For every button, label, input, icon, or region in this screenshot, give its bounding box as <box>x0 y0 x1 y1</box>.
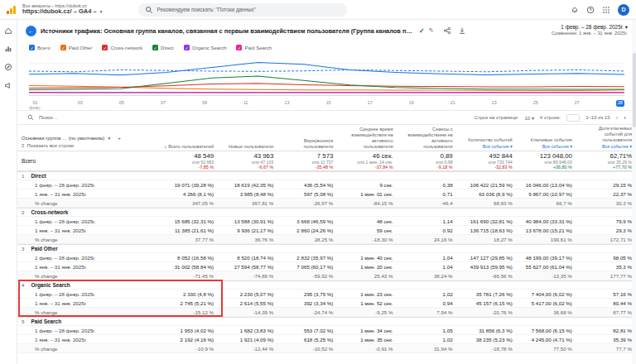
goto-row-input[interactable] <box>566 114 580 122</box>
legend-item-paid-search[interactable]: ✓Paid Search <box>236 45 272 50</box>
expand-rows-icon: ≡ <box>22 142 25 150</box>
column-header[interactable]: Ключевые событияВсе события ▾ <box>517 136 576 151</box>
column-header[interactable]: Новые пользователи <box>218 143 277 151</box>
legend-item-всего[interactable]: ✓Всего <box>29 45 51 50</box>
metric-cell: -26,97 % <box>277 199 337 207</box>
legend-checkbox-icon[interactable]: ✓ <box>152 45 158 50</box>
column-header[interactable]: Вернувшиеся пользователи <box>277 137 337 151</box>
percent-change-row[interactable]: % change347,05 %367,81 %-26,97 %-84,15 %… <box>17 199 636 208</box>
metric-cell <box>457 285 517 286</box>
metric-cell: 553 (7,02 %) <box>277 327 337 334</box>
legend-checkbox-icon[interactable]: ✓ <box>102 45 108 50</box>
column-header[interactable]: Среднее время взаимодействия на активног… <box>337 126 397 151</box>
column-header[interactable]: Сеансы с взаимодействием на активного по… <box>398 126 457 151</box>
legend-item-paid-other[interactable]: ✓Paid Other <box>60 45 93 50</box>
legend-label: Paid Search <box>244 46 272 50</box>
percent-change-row[interactable]: % change37,77 %36,76 %28,25 %-18,30 %24,… <box>17 235 636 244</box>
period-row[interactable]: 1 янв. – 31 янв. 2025г.2 745 (5,21 %)2 6… <box>17 299 636 308</box>
channel-row[interactable]: 3Paid Other <box>17 244 636 253</box>
metric-cell: 35,39 % <box>576 336 636 343</box>
home-icon[interactable] <box>4 26 12 35</box>
metric-cell <box>337 285 397 286</box>
metric-cell: -10,52 % <box>277 345 337 352</box>
share-icon[interactable] <box>443 26 451 35</box>
date-range-current: 1 февр. – 28 февр. 2025г. ▾ <box>552 24 628 31</box>
avatar[interactable]: D <box>618 4 629 16</box>
percent-change-row[interactable]: % change-71,45 %-74,89 %-59,92 %25,43 %3… <box>17 271 636 280</box>
period-row[interactable]: 1 февр. – 28 февр. 2025г.19 071 (39,28 %… <box>17 180 636 189</box>
download-icon[interactable] <box>458 26 466 35</box>
report-header: ← Источники трафика: Основная группа кан… <box>17 20 636 41</box>
event-filter-dropdown[interactable]: Все события ▾ <box>581 144 632 150</box>
x-tick: 01февр. <box>29 100 41 110</box>
period-row[interactable]: 1 янв. – 31 янв. 2025г.31 002 (58,84 %)2… <box>17 262 636 271</box>
saved-check-icon: ✓ <box>419 27 425 35</box>
series-Всего <box>29 62 624 74</box>
channel-row[interactable]: 1Direct <box>17 171 636 180</box>
reports-icon[interactable] <box>4 45 12 53</box>
channel-row[interactable]: 2Cross-network <box>17 208 636 217</box>
legend-item-cross-network[interactable]: ✓Cross-network <box>102 45 142 50</box>
explore-icon[interactable] <box>4 63 12 71</box>
next-page-button[interactable]: › <box>624 114 626 122</box>
event-filter-dropdown[interactable]: Все события ▾ <box>521 144 572 150</box>
table-search-input[interactable]: Поиск… <box>39 115 58 120</box>
column-header[interactable]: ↓Всего пользователей <box>158 143 218 151</box>
back-icon[interactable]: ← <box>26 26 36 36</box>
traffic-chart[interactable] <box>29 53 624 96</box>
percent-change-row[interactable]: % change-10,9 %-12,44 %-10,52 %-0,91 %31… <box>17 344 636 353</box>
metric-cell: 295 (3,75 %) <box>277 290 337 298</box>
show-all-rows-link[interactable]: ≡ Показать все строки <box>22 142 154 150</box>
metric-cell <box>337 212 397 213</box>
column-header[interactable]: Количество событийВсе события ▾ <box>457 136 517 151</box>
percent-change-row[interactable]: % change-15,12 %-14,39 %-24,74 %-9,25 %7… <box>17 308 636 317</box>
period-row[interactable]: 1 янв. – 31 янв. 2025г.4 266 (8,1 %)3 98… <box>17 189 636 199</box>
metric-cell: 55 627,00 (61,04 %) <box>517 263 576 271</box>
apps-grid-icon[interactable] <box>602 6 610 14</box>
period-row[interactable]: 1 янв. – 31 янв. 2025г.2 192 (4,16 %)1 9… <box>17 335 636 344</box>
period-row[interactable]: 1 февр. – 28 февр. 2025г.1 953 (4,02 %)1… <box>17 326 636 335</box>
legend-checkbox-icon[interactable]: ✓ <box>29 45 35 50</box>
table-search-icon <box>27 114 34 121</box>
prev-page-button[interactable]: ‹ <box>616 114 619 122</box>
rows-per-page-select[interactable]: 10 ▾ <box>525 115 534 121</box>
help-icon[interactable] <box>586 6 595 14</box>
search-input[interactable]: Рекомендуем поискать: "Потоки данных" <box>138 3 347 17</box>
period-row[interactable]: 1 февр. – 28 февр. 2025г.15 685 (32,31 %… <box>17 217 636 226</box>
metric-cell: -12,44 % <box>218 345 277 352</box>
date-range-picker[interactable]: 1 февр. – 28 февр. 2025г. ▾ Сравнение: 1… <box>552 24 628 36</box>
add-dimension-button[interactable]: + <box>118 135 121 142</box>
property-switcher[interactable]: Все аккаунты › https://dubok.cz https://… <box>22 3 104 15</box>
metric-cell: 11 385 (21,61 %) <box>158 227 218 234</box>
metric-cell: -84,15 % <box>337 199 397 207</box>
legend-checkbox-icon[interactable]: ✓ <box>60 45 66 50</box>
legend-checkbox-icon[interactable]: ✓ <box>184 45 190 50</box>
dimension-selector[interactable]: Основная группа … (по умолчанию) <box>22 135 104 142</box>
advertising-icon[interactable] <box>4 81 12 89</box>
chart-x-axis: 01февр.0305070911131517192123252728 <box>29 99 624 110</box>
analytics-logo-icon[interactable] <box>7 6 16 14</box>
event-filter-dropdown[interactable]: Все события ▾ <box>461 144 513 150</box>
channel-row[interactable]: 5Paid Search <box>17 317 636 326</box>
period-row[interactable]: 1 янв. – 31 янв. 2025г.11 385 (21,61 %)9… <box>17 226 636 235</box>
x-tick: 07 <box>161 100 166 105</box>
metric-cell: 3 668 (46,59 %) <box>277 218 337 225</box>
legend-item-direct[interactable]: ✓Direct <box>152 45 174 50</box>
metric-cell: 2 230 (5,07 %) <box>218 290 277 298</box>
bell-icon[interactable] <box>571 6 579 14</box>
metric-cell: 147 127 (29,85 %) <box>457 254 517 261</box>
channel-group-paid-search: 5Paid Search1 февр. – 28 февр. 2025г.1 9… <box>17 317 636 353</box>
scrollbar-thumb[interactable] <box>633 53 636 127</box>
column-header[interactable]: Доля ключевых событий для пользователяВс… <box>576 125 636 151</box>
period-row[interactable]: 1 февр. – 28 февр. 2025г.2 330 (4,8 %)2 … <box>17 290 636 299</box>
metric-cell: 1 мин. 23 сек. <box>337 290 397 298</box>
period-row[interactable]: 1 февр. – 28 февр. 2025г.8 052 (16,58 %)… <box>17 253 636 262</box>
legend-checkbox-icon[interactable]: ✓ <box>236 45 242 50</box>
edit-icon[interactable]: ✎ <box>429 27 434 34</box>
channel-row[interactable]: 4Organic Search <box>17 280 636 290</box>
legend-item-organic-search[interactable]: ✓Organic Search <box>184 45 227 50</box>
metric-cell: 36,76 % <box>218 236 277 243</box>
totals-row[interactable]: Всего48 549или 52 683-7,85 %43 963или 47… <box>17 151 636 171</box>
vertical-scrollbar[interactable] <box>632 20 636 364</box>
x-tick: 25 <box>533 100 538 105</box>
